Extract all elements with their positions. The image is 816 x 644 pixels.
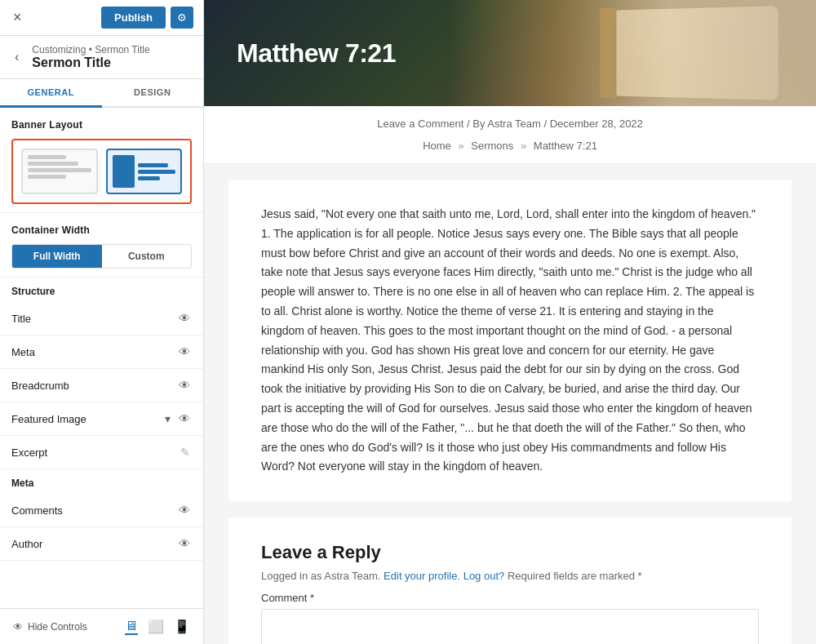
- close-button[interactable]: ×: [10, 6, 25, 29]
- reply-meta: Logged in as Astra Team. Edit your profi…: [261, 570, 759, 582]
- tablet-icon[interactable]: ⬜: [148, 619, 164, 634]
- excerpt-visible-icon[interactable]: ✎: [179, 444, 192, 460]
- hero-title: Matthew 7:21: [204, 38, 428, 69]
- back-header: ‹ Customizing • Sermon Title Sermon Titl…: [0, 36, 203, 79]
- desktop-icon[interactable]: 🖥: [125, 619, 138, 635]
- title-visible-icon[interactable]: 👁: [177, 310, 192, 326]
- book-bg: [449, 0, 816, 106]
- featured-chevron-icon[interactable]: ▾: [163, 411, 172, 427]
- mobile-icon[interactable]: 📱: [174, 619, 190, 634]
- reply-meta-text: Logged in as Astra Team.: [261, 570, 380, 582]
- banner-col-line-3: [138, 176, 161, 180]
- width-toggle: Full Width Custom: [11, 244, 192, 269]
- featured-visible-icon[interactable]: 👁: [177, 411, 192, 427]
- breadcrumb-home: Home: [423, 140, 451, 152]
- leave-reply-section: Leave a Reply Logged in as Astra Team. E…: [228, 517, 792, 644]
- tab-design[interactable]: DESIGN: [102, 79, 204, 108]
- leave-reply-title: Leave a Reply: [261, 542, 759, 563]
- banner-col-right: [138, 155, 175, 188]
- hero-banner: Matthew 7:21: [204, 0, 816, 106]
- structure-item-breadcrumb[interactable]: Breadcrumb 👁: [0, 369, 203, 402]
- structure-meta-icons: 👁: [177, 344, 192, 360]
- structure-title-icons: 👁: [177, 310, 192, 326]
- meta-author-icons: 👁: [177, 535, 192, 552]
- section-title: Sermon Title: [32, 56, 149, 70]
- meta-item-author[interactable]: Author 👁: [0, 527, 203, 561]
- breadcrumb-visible-icon[interactable]: 👁: [177, 377, 192, 393]
- tab-general[interactable]: GENERAL: [0, 79, 102, 108]
- customizing-breadcrumb: Customizing • Sermon Title: [32, 44, 149, 56]
- structure-section: Structure Title 👁 Meta 👁 Breadcrumb 👁: [0, 278, 203, 469]
- breadcrumb-sep-2: »: [521, 140, 526, 152]
- banner-col-line-1: [138, 163, 168, 167]
- structure-featured-label: Featured Image: [11, 413, 86, 425]
- tabs: GENERAL DESIGN: [0, 79, 203, 108]
- structure-item-title[interactable]: Title 👁: [0, 302, 203, 335]
- eye-icon: 👁: [13, 621, 23, 633]
- banner-layout-wrapper: [11, 139, 192, 204]
- breadcrumb-current: Matthew 7:21: [534, 140, 597, 152]
- banner-line-3: [28, 168, 91, 172]
- author-visible-icon[interactable]: 👁: [177, 535, 192, 552]
- structure-excerpt-icons: ✎: [179, 444, 192, 460]
- structure-featured-icons: ▾ 👁: [163, 411, 192, 427]
- logout-link[interactable]: Log out?: [463, 570, 505, 582]
- meta-author-label: Author: [11, 538, 42, 550]
- settings-button[interactable]: ⚙: [171, 7, 193, 29]
- publish-area: Publish ⚙: [101, 7, 193, 29]
- banner-option-2-inner: [113, 155, 176, 188]
- custom-width-button[interactable]: Custom: [102, 245, 192, 268]
- hide-controls-label: Hide Controls: [28, 621, 87, 633]
- panel-content: Banner Layout: [0, 108, 203, 608]
- bottom-bar: 👁 Hide Controls 🖥 ⬜ 📱: [0, 608, 203, 644]
- meta-comments-label: Comments: [11, 504, 63, 517]
- preview-breadcrumb: Home » Sermons » Matthew 7:21: [204, 135, 816, 164]
- top-bar: × Publish ⚙: [0, 0, 203, 36]
- left-panel: × Publish ⚙ ‹ Customizing • Sermon Title…: [0, 0, 204, 644]
- structure-item-excerpt[interactable]: Excerpt ✎: [0, 436, 203, 469]
- device-icons: 🖥 ⬜ 📱: [125, 619, 190, 635]
- header-text: Customizing • Sermon Title Sermon Title: [32, 44, 149, 70]
- banner-option-2[interactable]: [106, 149, 183, 194]
- comments-visible-icon[interactable]: 👁: [177, 502, 192, 518]
- required-text: Required fields are marked *: [508, 570, 642, 582]
- breadcrumb-sermons: Sermons: [471, 140, 513, 152]
- back-button[interactable]: ‹: [10, 48, 24, 66]
- meta-section: Meta Comments 👁 Author 👁: [0, 469, 203, 561]
- edit-profile-link[interactable]: Edit your profile.: [384, 570, 460, 582]
- banner-option-1[interactable]: [21, 149, 98, 194]
- preview-meta: Leave a Comment / By Astra Team / Decemb…: [204, 106, 816, 135]
- banner-col-line-2: [138, 170, 175, 174]
- comment-label: Comment *: [261, 592, 759, 604]
- preview-content-area: Jesus said, "Not every one that saith un…: [228, 180, 792, 501]
- container-width-section: Container Width Full Width Custom: [0, 213, 203, 278]
- banner-layout-label: Banner Layout: [11, 119, 192, 131]
- right-preview: Matthew 7:21 Leave a Comment / By Astra …: [204, 0, 816, 644]
- structure-meta-label: Meta: [11, 346, 35, 358]
- structure-excerpt-label: Excerpt: [11, 446, 47, 459]
- banner-col-left: [113, 155, 135, 188]
- meta-item-comments[interactable]: Comments 👁: [0, 494, 203, 527]
- meta-visible-icon[interactable]: 👁: [177, 344, 192, 360]
- meta-section-title: Meta: [0, 469, 203, 494]
- meta-text: Leave a Comment / By Astra Team / Decemb…: [377, 118, 643, 130]
- body-text: Jesus said, "Not every one that saith un…: [261, 205, 759, 477]
- structure-section-title: Structure: [0, 278, 203, 302]
- structure-title-label: Title: [11, 313, 31, 325]
- hide-controls-button[interactable]: 👁 Hide Controls: [13, 621, 87, 633]
- banner-layout-section: Banner Layout: [0, 108, 203, 213]
- banner-options: [21, 149, 182, 194]
- comment-textarea[interactable]: [261, 609, 759, 644]
- banner-line-1: [28, 155, 66, 159]
- structure-item-featured-image[interactable]: Featured Image ▾ 👁: [0, 402, 203, 436]
- publish-button[interactable]: Publish: [101, 7, 166, 29]
- structure-item-meta[interactable]: Meta 👁: [0, 335, 203, 369]
- structure-breadcrumb-icons: 👁: [177, 377, 192, 393]
- meta-comments-icons: 👁: [177, 502, 192, 518]
- container-width-label: Container Width: [11, 224, 192, 236]
- breadcrumb-sep-1: »: [458, 140, 463, 152]
- banner-line-4: [28, 175, 66, 179]
- structure-breadcrumb-label: Breadcrumb: [11, 380, 69, 392]
- full-width-button[interactable]: Full Width: [12, 245, 102, 268]
- banner-line-2: [28, 162, 78, 166]
